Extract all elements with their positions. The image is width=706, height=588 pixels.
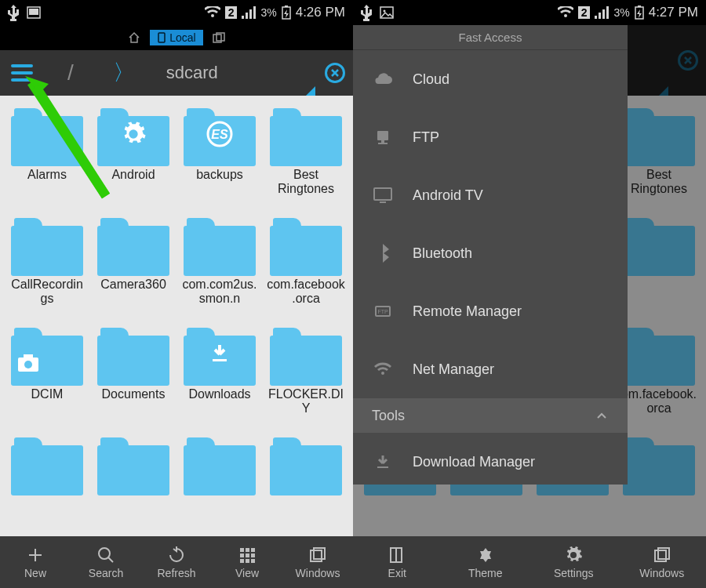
folder-icon	[623, 437, 695, 494]
ftp-icon	[372, 126, 394, 148]
folder-icon	[623, 218, 695, 274]
battery-icon	[282, 5, 291, 20]
bb-label: Windows	[639, 567, 684, 579]
theme-icon	[475, 545, 496, 565]
folder-item[interactable]: com.com2us.smon.n	[176, 213, 263, 323]
folder-item[interactable]	[616, 433, 702, 536]
local-tab[interactable]: Local	[150, 30, 202, 45]
folder-icon	[97, 218, 169, 274]
battery-icon	[635, 5, 644, 20]
folder-item[interactable]: Camera360	[90, 213, 176, 323]
dropdown-indicator-icon[interactable]	[306, 86, 315, 96]
search-icon	[96, 545, 116, 565]
refresh-button[interactable]: Refresh	[141, 545, 212, 579]
view-button[interactable]: View	[212, 545, 282, 579]
drawer-title: Fast Access	[353, 25, 628, 50]
folder-label: om.facebook.orca	[620, 387, 698, 416]
folder-icon: ES	[184, 108, 256, 165]
folder-item[interactable]: Documents	[90, 323, 176, 433]
wifi-icon	[558, 6, 573, 19]
folder-label: Best Ringtones	[267, 168, 345, 196]
folder-item[interactable]: ES backups	[176, 103, 263, 213]
drawer-item-ftp[interactable]: FTP	[353, 108, 628, 166]
drawer-item-android-tv[interactable]: Android TV	[353, 166, 628, 224]
folder-label: DCIM	[31, 387, 64, 416]
drawer-item-download-manager[interactable]: Download Manager	[353, 433, 628, 491]
folder-icon	[184, 218, 256, 274]
folder-label: Alarms	[27, 168, 67, 196]
svg-rect-4	[158, 33, 165, 42]
folder-item[interactable]	[176, 433, 263, 536]
svg-rect-3	[285, 5, 288, 7]
windows-button[interactable]: Windows	[618, 545, 707, 579]
folder-item[interactable]: CallRecordings	[4, 213, 90, 323]
status-bar: 2 3% 4:27 PM	[353, 0, 706, 25]
svg-rect-17	[240, 554, 244, 557]
navigation-drawer: Fast Access CloudFTPAndroid TVBluetoothF…	[353, 25, 628, 485]
hamburger-menu[interactable]	[8, 59, 36, 87]
download-icon	[372, 451, 394, 473]
windows-icon	[652, 545, 672, 565]
folder-item[interactable]	[4, 433, 90, 536]
drawer-item-label: Remote Manager	[413, 303, 522, 320]
new-button[interactable]: New	[0, 545, 71, 579]
windows-button[interactable]: Windows	[282, 545, 353, 579]
folder-item[interactable]: om.facebook.orca	[616, 323, 702, 433]
breadcrumb-root[interactable]: /	[67, 60, 74, 85]
folder-icon	[270, 328, 342, 384]
exit-button[interactable]: Exit	[353, 545, 442, 579]
svg-rect-10	[24, 354, 33, 358]
search-button[interactable]: Search	[71, 545, 141, 579]
drawer-item-label: Bluetooth	[413, 245, 472, 262]
signal-icon	[242, 6, 256, 19]
folder-icon	[184, 328, 256, 384]
folder-icon	[11, 437, 83, 494]
bb-label: Theme	[468, 567, 503, 579]
folder-icon	[11, 108, 83, 165]
folder-icon	[97, 328, 169, 384]
svg-rect-1	[29, 9, 38, 15]
svg-rect-22	[251, 559, 255, 563]
sim-badge: 2	[225, 6, 238, 19]
folder-icon	[11, 328, 83, 384]
folder-item[interactable]: Android	[90, 103, 176, 213]
windows-small-icon[interactable]	[213, 32, 225, 43]
folder-icon	[97, 437, 169, 494]
drawer-item-bluetooth[interactable]: Bluetooth	[353, 224, 628, 282]
svg-text:FTP: FTP	[377, 309, 388, 314]
drawer-item-cloud[interactable]: Cloud	[353, 50, 628, 108]
folder-item[interactable]: FLOCKER.DIY	[263, 323, 349, 433]
chevron-up-icon	[595, 408, 609, 423]
drawer-section-tools[interactable]: Tools	[353, 398, 628, 433]
folder-icon	[184, 437, 256, 494]
folder-grid: Alarms Android ES backups Best Ringtones…	[0, 96, 353, 536]
folder-item[interactable]: com.facebook.orca	[263, 213, 349, 323]
folder-item[interactable]: DCIM	[4, 323, 90, 433]
folder-item[interactable]: Best Ringtones	[616, 103, 702, 213]
folder-item[interactable]: Alarms	[4, 103, 90, 213]
folder-item[interactable]	[616, 213, 702, 323]
drawer-item-label: Download Manager	[413, 454, 535, 470]
theme-button[interactable]: Theme	[442, 545, 530, 579]
drawer-item-remote-manager[interactable]: FTPRemote Manager	[353, 282, 628, 340]
bb-label: Search	[89, 567, 123, 579]
bb-label: Settings	[554, 567, 594, 579]
breadcrumb-separator: 〉	[113, 58, 135, 88]
folder-item[interactable]	[263, 433, 349, 536]
folder-item[interactable]	[90, 433, 176, 536]
settings-button[interactable]: Settings	[530, 545, 618, 579]
folder-item[interactable]: Downloads	[176, 323, 263, 433]
breadcrumb-current[interactable]: sdcard	[166, 63, 218, 83]
close-tab-button[interactable]	[325, 63, 345, 83]
folder-item[interactable]: Best Ringtones	[263, 103, 349, 213]
svg-rect-21	[246, 559, 249, 563]
folder-label: Camera360	[100, 278, 166, 306]
status-bar: 2 3% 4:26 PM	[0, 0, 353, 25]
drawer-item-net-manager[interactable]: Net Manager	[353, 340, 628, 398]
svg-rect-33	[377, 131, 388, 140]
drawer-item-label: FTP	[413, 129, 439, 146]
svg-rect-12	[213, 359, 227, 361]
home-icon[interactable]	[128, 31, 140, 44]
clock-text: 4:27 PM	[649, 5, 698, 20]
svg-rect-18	[246, 554, 249, 557]
